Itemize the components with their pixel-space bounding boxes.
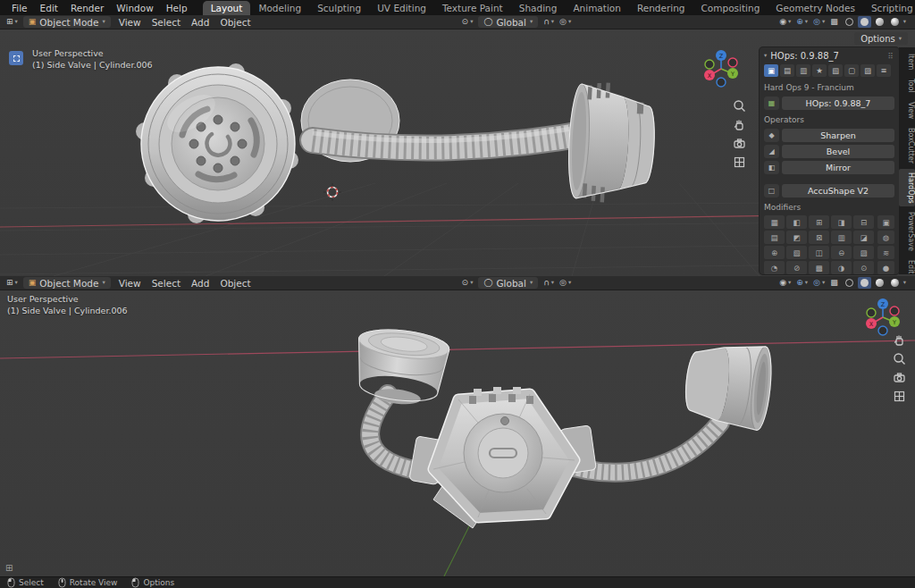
sharpen-button[interactable]: Sharpen [782, 129, 894, 142]
gizmos-toggle[interactable]: ⊕▾ [793, 16, 810, 28]
xray-toggle[interactable]: ▩ [827, 277, 841, 289]
modifier-icon[interactable]: ▩ [809, 261, 829, 274]
mode-dropdown[interactable]: ▣Object Mode▾ [23, 277, 111, 289]
editor-corner-icon[interactable]: ⊞ [5, 563, 13, 573]
hops-toolbar-icon[interactable]: ▤ [780, 64, 794, 77]
sidebar-tab[interactable]: HardOps [899, 169, 915, 207]
modifier-icon[interactable]: ⊕ [764, 246, 785, 259]
workspace-tab[interactable]: Scripting [863, 1, 915, 15]
sidebar-tab[interactable]: BoxCutter [899, 124, 915, 167]
camera-icon[interactable] [733, 137, 746, 150]
camera-icon[interactable] [893, 371, 906, 384]
modifier-icon[interactable]: ◍ [877, 231, 894, 244]
cap-left-object[interactable] [351, 325, 450, 409]
viewport-menu-item[interactable]: Object [214, 278, 256, 289]
workspace-tab[interactable]: Animation [565, 1, 629, 15]
workspace-tab[interactable]: Shading [511, 1, 566, 15]
viewport-menu-item[interactable]: View [113, 17, 147, 28]
xray-toggle[interactable]: ▩ [827, 16, 841, 28]
bevel-button[interactable]: Bevel [782, 145, 894, 158]
visibility-dropdown[interactable]: ◉▾ [776, 277, 793, 289]
shading-rendered-button[interactable] [888, 277, 902, 289]
modifier-icon[interactable]: ⊞ [809, 215, 829, 229]
3d-viewport-bottom[interactable]: User Perspective (1) Side Valve | Cylind… [0, 290, 915, 576]
modifier-icon[interactable]: ▧ [786, 246, 807, 259]
topbar-menu-item[interactable]: Edit [34, 2, 64, 14]
accushape-button[interactable]: AccuShape V2 [782, 184, 894, 197]
sidebar-tab[interactable]: Item [899, 50, 915, 73]
workspace-tab[interactable]: Texture Paint [434, 1, 511, 15]
navigation-gizmo[interactable]: Z Y X [863, 298, 902, 337]
shading-rendered-button[interactable] [888, 16, 902, 28]
viewport-menu-item[interactable]: Select [147, 17, 186, 28]
modifier-icon[interactable]: ⊠ [809, 231, 829, 244]
drag-handle-icon[interactable]: ⠿ [887, 52, 894, 61]
shading-wireframe-button[interactable] [843, 277, 856, 289]
overlays-toggle[interactable]: ◎▾ [810, 16, 827, 28]
cap-right-object[interactable] [682, 339, 774, 431]
modifier-icon[interactable]: ▥ [831, 231, 852, 244]
move-hand-icon[interactable] [893, 333, 906, 347]
modifier-icon[interactable]: ⊘ [786, 261, 807, 274]
hops-toolbar-icon[interactable]: ▧ [828, 64, 843, 77]
mode-dropdown[interactable]: ▣Object Mode▾ [23, 16, 111, 28]
gizmos-toggle[interactable]: ⊕▾ [793, 277, 810, 289]
end-cap-object[interactable] [567, 80, 658, 205]
mirror-button[interactable]: Mirror [782, 161, 894, 174]
hops-toolbar-icon[interactable]: ★ [812, 64, 827, 77]
modifier-icon[interactable]: ▤ [764, 231, 785, 244]
topbar-menu-item[interactable]: Render [64, 2, 110, 14]
modifier-icon[interactable]: ▣ [877, 215, 894, 229]
editor-type-button[interactable]: ⊞▾ [4, 277, 21, 289]
hops-toolbar-icon[interactable]: ▢ [844, 64, 859, 77]
3d-viewport-top[interactable]: User Perspective (1) Side Valve | Cylind… [0, 29, 915, 276]
viewport-menu-item[interactable]: Add [186, 278, 214, 289]
viewport-menu-item[interactable]: View [113, 278, 147, 289]
modifier-icon[interactable]: ▨ [853, 246, 874, 259]
navigation-gizmo[interactable]: Z Y X [701, 49, 741, 88]
modifier-icon[interactable]: ◑ [831, 261, 852, 274]
workspace-tab[interactable]: Compositing [693, 1, 768, 15]
zoom-icon[interactable] [893, 352, 906, 365]
modifier-icon[interactable]: ◧ [786, 215, 807, 229]
modifier-icon[interactable]: ◩ [786, 231, 807, 244]
proportional-editing-button[interactable]: ◎▾ [557, 277, 574, 289]
chevron-down-icon[interactable]: ▾ [903, 280, 906, 286]
modifier-icon[interactable]: ◪ [853, 231, 874, 244]
sidebar-tab[interactable]: View [899, 98, 915, 122]
options-button[interactable]: Options▾ [854, 32, 908, 45]
workspace-tab[interactable]: UV Editing [369, 1, 434, 15]
valve-object[interactable] [136, 63, 298, 223]
hops-toolbar-icon[interactable]: ≡ [877, 64, 891, 77]
modifier-icon[interactable]: ≋ [877, 246, 894, 259]
transform-orientation-dropdown[interactable]: ◯Global▾ [478, 277, 538, 289]
viewport-menu-item[interactable]: Add [186, 17, 214, 28]
shading-solid-button[interactable] [858, 16, 871, 28]
modifier-icon[interactable]: ◨ [831, 215, 852, 229]
pivot-point-button[interactable]: ⊙▾ [459, 16, 476, 28]
editor-type-button[interactable]: ⊞▾ [4, 16, 21, 28]
shading-material-button[interactable] [873, 277, 886, 289]
hops-toolbar-icon[interactable]: ▨ [860, 64, 875, 77]
modifier-icon[interactable]: ◔ [764, 261, 785, 274]
proportional-editing-button[interactable]: ◎▾ [557, 16, 574, 28]
topbar-menu-item[interactable]: Window [110, 2, 159, 14]
valve-object[interactable] [409, 387, 596, 528]
shading-solid-button[interactable] [858, 277, 871, 289]
topbar-menu-item[interactable]: Help [160, 2, 194, 14]
topbar-menu-item[interactable]: File [5, 2, 34, 14]
orthographic-grid-icon[interactable] [733, 155, 746, 169]
snap-toggle-button[interactable]: ∩▾ [541, 16, 557, 28]
pivot-point-button[interactable]: ⊙▾ [459, 277, 476, 289]
collapse-icon[interactable]: ▾ [764, 53, 767, 59]
shading-wireframe-button[interactable] [843, 16, 856, 28]
hops-toolbar-icon[interactable]: ▣ [764, 64, 778, 77]
sidebar-tab[interactable]: Edit [899, 256, 915, 274]
visibility-dropdown[interactable]: ◉▾ [776, 16, 793, 28]
move-hand-icon[interactable] [733, 118, 746, 131]
snap-toggle-button[interactable]: ∩▾ [541, 277, 557, 289]
workspace-tab[interactable]: Geometry Nodes [768, 1, 863, 15]
modifier-icon[interactable]: ⊖ [831, 246, 852, 259]
modifier-icon[interactable]: ⊟ [853, 215, 874, 229]
hops-version-button[interactable]: HOps: 0.9.88_7 [782, 97, 894, 110]
